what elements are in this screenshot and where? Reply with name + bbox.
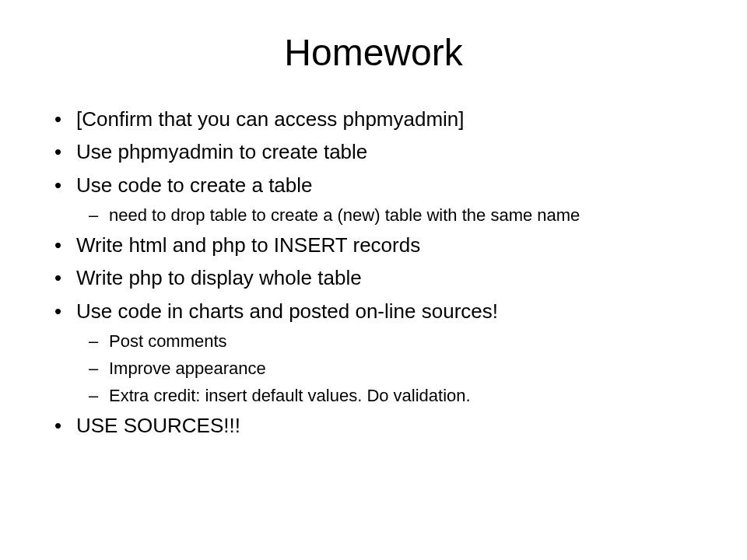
sub-bullet-list: Post comments Improve appearance Extra c… (54, 330, 708, 408)
bullet-item: Write html and php to INSERT records (54, 231, 708, 259)
sub-bullet-item: Post comments (54, 330, 708, 354)
bullet-item: Write php to display whole table (54, 264, 708, 292)
sub-bullet-item: Extra credit: insert default values. Do … (54, 384, 708, 408)
bullet-item: Use code in charts and posted on-line so… (54, 297, 708, 325)
bullet-item: [Confirm that you can access phpmyadmin] (54, 105, 708, 133)
bullet-list: [Confirm that you can access phpmyadmin]… (54, 105, 708, 439)
bullet-item: Use phpmyadmin to create table (54, 138, 708, 166)
slide-title: Homework (39, 31, 708, 74)
bullet-item: Use code to create a table (54, 171, 708, 199)
sub-bullet-item: need to drop table to create a (new) tab… (54, 204, 708, 228)
sub-bullet-item: Improve appearance (54, 357, 708, 381)
bullet-item: USE SOURCES!!! (54, 411, 708, 439)
slide-content: [Confirm that you can access phpmyadmin]… (39, 105, 708, 439)
sub-bullet-list: need to drop table to create a (new) tab… (54, 204, 708, 228)
